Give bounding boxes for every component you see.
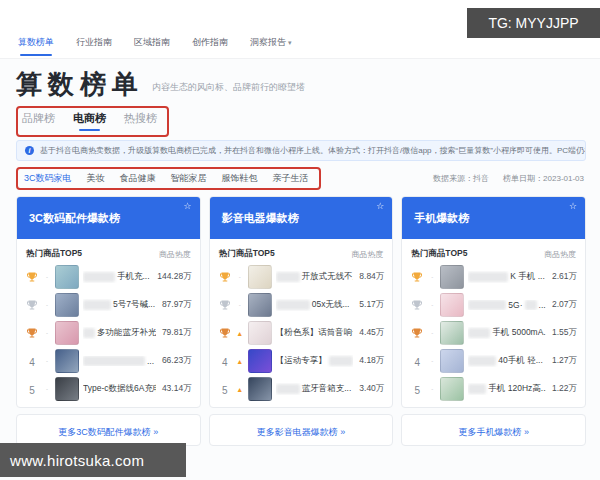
watermark-bottom-left: www.hirotsuka.com — [0, 443, 186, 477]
product-row[interactable]: - 多功能蓝牙补光自拍杆 79.81万 — [25, 319, 192, 347]
product-row[interactable]: 4 - ... 66.23万 — [25, 347, 192, 375]
product-row[interactable]: - 5号7号碱... 87.97万 — [25, 291, 192, 319]
more-link[interactable]: 更多手机爆款榜 » — [458, 427, 529, 437]
list-header-heat: 商品热度 — [159, 249, 191, 260]
more-link[interactable]: 更多影音电器爆款榜 » — [257, 427, 346, 437]
ranking-card: 影音电器爆款榜 ☆ 热门商品TOP5 商品热度 - 开放式无线不入... 8.8… — [209, 196, 394, 446]
rank-number: 4 — [415, 357, 421, 368]
product-thumbnail — [440, 349, 464, 373]
chevron-down-icon: ▾ — [288, 39, 292, 46]
board-meta: 数据来源：抖音 榜单日期：2023-01-03 — [433, 173, 586, 184]
more-box: 更多影音电器爆款榜 » — [209, 414, 394, 446]
list-header-products: 热门商品TOP5 — [26, 248, 82, 260]
rows-list: - K 手机 ... 2.61万 - 5G·... 2.07万 — [402, 263, 585, 407]
rank-number: 4 — [222, 357, 228, 368]
nav-item-chuangzuo-zhinan[interactable]: 创作指南 — [192, 36, 228, 56]
product-heat-value: 2.61万 — [552, 271, 577, 283]
product-thumbnail — [55, 293, 79, 317]
trend-indicator: - — [236, 302, 244, 308]
page-title: 算数榜单 — [16, 71, 144, 97]
product-heat-value: 5.17万 — [359, 299, 384, 311]
product-name: 多功能蓝牙补光自拍杆 — [83, 327, 156, 339]
page-header: 算数榜单 内容生态的风向标、品牌前行的瞭望塔 — [16, 71, 586, 97]
rank-indicator — [218, 271, 232, 283]
product-name: ... — [83, 356, 156, 366]
product-row[interactable]: ▲ 【粉色系】话筒音响一体... 4.45万 — [218, 319, 385, 347]
categories-wrap: 3C数码家电 美妆 食品健康 智能家居 服饰鞋包 亲子生活 — [16, 167, 321, 190]
nav-item-hangye-zhinan[interactable]: 行业指南 — [76, 36, 112, 56]
favorite-star-icon[interactable]: ☆ — [376, 201, 384, 211]
rank-indicator — [410, 299, 424, 311]
product-name: 5号7号碱... — [83, 299, 156, 311]
category-filters: 3C数码家电 美妆 食品健康 智能家居 服饰鞋包 亲子生活 — [24, 172, 309, 185]
tab-pinpai-bang[interactable]: 品牌榜 — [22, 111, 55, 130]
watermark-top-right: TG: MYYJJPP — [467, 8, 600, 38]
product-name: 手机 5000mA... — [468, 327, 546, 339]
rows-list: - 手机充... 144.28万 - 5号7号碱... 87.97万 — [17, 263, 200, 407]
favorite-star-icon[interactable]: ☆ — [569, 201, 577, 211]
product-heat-value: 66.23万 — [162, 355, 192, 367]
product-thumbnail — [248, 321, 272, 345]
product-row[interactable]: - 5G·... 2.07万 — [410, 291, 577, 319]
product-row[interactable]: - K 手机 ... 2.61万 — [410, 263, 577, 291]
product-row[interactable]: 4 ▲ 【运动专享】5... 4.18万 — [218, 347, 385, 375]
product-row[interactable]: 4 - 40手机 轻... 1.27万 — [410, 347, 577, 375]
product-heat-value: 4.18万 — [359, 355, 384, 367]
product-row[interactable]: - 手机充... 144.28万 — [25, 263, 192, 291]
tab-dianshang-bang[interactable]: 电商榜 — [73, 111, 106, 130]
ranking-card-header: 3C数码配件爆款榜 ☆ — [17, 197, 200, 239]
product-heat-value: 1.27万 — [552, 355, 577, 367]
page-subtitle: 内容生态的风向标、品牌前行的瞭望塔 — [152, 81, 305, 97]
trophy-icon — [219, 271, 231, 283]
product-name: 40手机 轻... — [468, 355, 546, 367]
favorite-star-icon[interactable]: ☆ — [184, 201, 192, 211]
nav-item-dongcha-baogao[interactable]: 洞察报告▾ — [250, 36, 292, 56]
category-zhineng-jiaju[interactable]: 智能家居 — [171, 172, 207, 185]
trend-indicator: - — [43, 358, 51, 364]
category-qinzi-shenghuo[interactable]: 亲子生活 — [273, 172, 309, 185]
rank-indicator: 5 — [410, 380, 424, 398]
product-name: 【粉色系】话筒音响一体... — [276, 327, 354, 339]
product-name: 【运动专享】5... — [276, 355, 354, 367]
trophy-icon — [26, 299, 38, 311]
product-heat-value: 43.14万 — [162, 383, 192, 395]
trend-indicator: - — [236, 274, 244, 280]
ranking-card: 3C数码配件爆款榜 ☆ 热门商品TOP5 商品热度 - 手机充... 144.2… — [16, 196, 201, 446]
list-header-products: 热门商品TOP5 — [411, 248, 467, 260]
product-name: 开放式无线不入... — [276, 271, 354, 283]
category-shipin-jiankang[interactable]: 食品健康 — [120, 172, 156, 185]
product-row[interactable]: 5 - Type-c数据线6A充电线适... 43.14万 — [25, 375, 192, 403]
nav-item-suanshu-bangdan[interactable]: 算数榜单 — [18, 36, 54, 56]
list-header: 热门商品TOP5 商品热度 — [17, 239, 200, 263]
trend-indicator: - — [428, 358, 436, 364]
rank-indicator: 5 — [25, 380, 39, 398]
tab-resou-bang[interactable]: 热搜榜 — [124, 111, 157, 130]
product-thumbnail — [55, 349, 79, 373]
category-3c-shuma-jiadian[interactable]: 3C数码家电 — [24, 172, 72, 185]
rank-indicator — [25, 271, 39, 283]
rank-number: 5 — [415, 385, 421, 396]
ranking-card-title: 影音电器爆款榜 — [222, 211, 299, 226]
product-thumbnail — [248, 265, 272, 289]
category-meizhuang[interactable]: 美妆 — [87, 172, 105, 185]
trend-indicator: ▲ — [236, 330, 244, 337]
product-row[interactable]: - 手机 5000mA... 1.55万 — [410, 319, 577, 347]
product-row[interactable]: 5 ▲ 蓝牙音箱支... 3.40万 — [218, 375, 385, 403]
product-heat-value: 79.81万 — [162, 327, 192, 339]
product-row[interactable]: 5 - 手机 120Hz高... 1.22万 — [410, 375, 577, 403]
nav-item-label: 算数榜单 — [18, 37, 54, 47]
filter-row: 3C数码家电 美妆 食品健康 智能家居 服饰鞋包 亲子生活 数据来源：抖音 榜单… — [16, 167, 586, 190]
product-thumbnail — [248, 349, 272, 373]
page-content: 算数榜单 内容生态的风向标、品牌前行的瞭望塔 品牌榜 电商榜 热搜榜 i 基于抖… — [0, 58, 600, 480]
product-row[interactable]: - 开放式无线不入... 8.84万 — [218, 263, 385, 291]
rows-list: - 开放式无线不入... 8.84万 - 05x无线... 5.17万 — [210, 263, 393, 407]
nav-item-label: 创作指南 — [192, 37, 228, 47]
product-thumbnail — [440, 265, 464, 289]
ranking-card: 手机爆款榜 ☆ 热门商品TOP5 商品热度 - K 手机 ... 2.61万 — [401, 196, 586, 446]
category-fushi-xiebao[interactable]: 服饰鞋包 — [222, 172, 258, 185]
product-row[interactable]: - 05x无线... 5.17万 — [218, 291, 385, 319]
nav-item-quyu-zhinan[interactable]: 区域指南 — [134, 36, 170, 56]
more-link[interactable]: 更多3C数码配件爆款榜 » — [58, 427, 158, 437]
product-name: Type-c数据线6A充电线适... — [83, 383, 156, 395]
product-heat-value: 1.55万 — [552, 327, 577, 339]
